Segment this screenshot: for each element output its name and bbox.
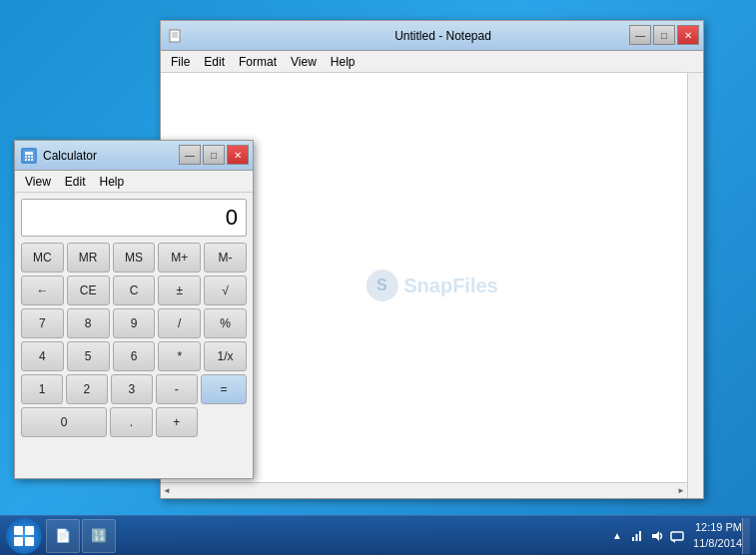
systray-network-icon[interactable] xyxy=(629,528,645,544)
calculator-minimize-button[interactable]: — xyxy=(179,145,201,165)
start-button[interactable] xyxy=(6,518,42,554)
taskbar-notepad-icon: 📄 xyxy=(55,528,71,543)
svg-rect-12 xyxy=(632,537,634,541)
notepad-menu-view[interactable]: View xyxy=(285,53,323,71)
svg-rect-9 xyxy=(25,159,27,161)
notepad-scrollbar-horizontal[interactable]: ◄ ► xyxy=(161,482,687,498)
taskbar: 📄 🔢 ▲ 12:19 PM 11/ xyxy=(0,515,756,555)
calc-mminus-button[interactable]: M- xyxy=(204,243,247,273)
calc-0-button[interactable]: 0 xyxy=(21,407,107,437)
calculator-menu-view[interactable]: View xyxy=(19,173,57,191)
calc-c-button[interactable]: C xyxy=(113,276,156,305)
calc-backspace-button[interactable]: ← xyxy=(21,276,64,305)
calculator-display-value: 0 xyxy=(226,205,238,231)
svg-rect-6 xyxy=(25,156,27,158)
calc-1-button[interactable]: 1 xyxy=(21,374,63,404)
calc-plusminus-button[interactable]: ± xyxy=(158,276,201,305)
notepad-menu-file[interactable]: File xyxy=(165,53,196,71)
calculator-memory-row: MC MR MS M+ M- xyxy=(21,243,247,273)
calculator-maximize-button[interactable]: □ xyxy=(203,145,225,165)
svg-rect-10 xyxy=(28,159,30,161)
svg-rect-7 xyxy=(28,156,30,158)
calc-2-button[interactable]: 2 xyxy=(66,374,108,404)
calculator-window-controls: — □ ✕ xyxy=(179,145,249,165)
svg-rect-11 xyxy=(31,159,33,161)
calc-subtract-button[interactable]: - xyxy=(156,374,198,404)
scroll-right-arrow[interactable]: ► xyxy=(677,486,685,495)
calc-mc-button[interactable]: MC xyxy=(21,243,64,273)
calculator-window: Calculator — □ ✕ View Edit Help 0 MC MR … xyxy=(14,140,254,479)
svg-rect-14 xyxy=(639,531,641,541)
calc-add-button[interactable]: + xyxy=(156,407,198,437)
calc-reciprocal-button[interactable]: 1/x xyxy=(204,341,247,371)
scroll-left-arrow[interactable]: ◄ xyxy=(163,486,171,495)
svg-rect-8 xyxy=(31,156,33,158)
calc-equals-button[interactable]: = xyxy=(201,374,247,404)
svg-marker-15 xyxy=(652,531,659,541)
notepad-title: Untitled - Notepad xyxy=(189,29,697,43)
systray-expand-icon[interactable]: ▲ xyxy=(609,528,625,544)
svg-rect-13 xyxy=(636,534,638,541)
calculator-row-456: 4 5 6 * 1/x xyxy=(21,341,247,371)
calc-ce-button[interactable]: CE xyxy=(67,276,110,305)
taskbar-systray: ▲ xyxy=(609,528,685,544)
systray-message-icon[interactable] xyxy=(669,528,685,544)
show-desktop-button[interactable] xyxy=(742,518,750,554)
svg-rect-0 xyxy=(170,30,180,42)
calc-3-button[interactable]: 3 xyxy=(111,374,153,404)
taskbar-time: 12:19 PM xyxy=(693,520,742,535)
calculator-menu-edit[interactable]: Edit xyxy=(59,173,92,191)
calculator-title: Calculator xyxy=(43,149,97,163)
taskbar-clock[interactable]: 12:19 PM 11/8/2014 xyxy=(693,520,742,551)
svg-rect-5 xyxy=(25,152,33,155)
notepad-scrollbar-vertical[interactable] xyxy=(687,73,703,498)
calculator-close-button[interactable]: ✕ xyxy=(227,145,249,165)
calc-sqrt-button[interactable]: √ xyxy=(204,276,247,305)
notepad-minimize-button[interactable]: — xyxy=(629,25,651,45)
calc-8-button[interactable]: 8 xyxy=(67,308,110,338)
calc-7-button[interactable]: 7 xyxy=(21,308,64,338)
taskbar-notepad-app[interactable]: 📄 xyxy=(46,519,80,553)
notepad-menu-edit[interactable]: Edit xyxy=(198,53,231,71)
calc-mr-button[interactable]: MR xyxy=(67,243,110,273)
notepad-window-controls: — □ ✕ xyxy=(629,25,699,45)
notepad-menubar: File Edit Format View Help xyxy=(161,51,703,73)
calc-decimal-button[interactable]: . xyxy=(110,407,152,437)
calc-multiply-button[interactable]: * xyxy=(158,341,201,371)
calc-9-button[interactable]: 9 xyxy=(113,308,156,338)
calc-4-button[interactable]: 4 xyxy=(21,341,64,371)
notepad-titlebar[interactable]: Untitled - Notepad — □ ✕ xyxy=(161,21,703,51)
systray-volume-icon[interactable] xyxy=(649,528,665,544)
notepad-close-button[interactable]: ✕ xyxy=(677,25,699,45)
calc-5-button[interactable]: 5 xyxy=(67,341,110,371)
calculator-menu-help[interactable]: Help xyxy=(93,173,130,191)
calc-percent-button[interactable]: % xyxy=(204,308,247,338)
calculator-buttons: MC MR MS M+ M- ← CE C ± √ 7 8 9 / % 4 5 … xyxy=(15,241,253,478)
taskbar-apps: 📄 🔢 xyxy=(46,519,609,553)
calc-mplus-button[interactable]: M+ xyxy=(158,243,201,273)
taskbar-calculator-icon: 🔢 xyxy=(91,528,107,543)
calculator-menubar: View Edit Help xyxy=(15,171,253,193)
notepad-menu-help[interactable]: Help xyxy=(325,53,362,71)
calculator-titlebar[interactable]: Calculator — □ ✕ xyxy=(15,141,253,171)
svg-rect-16 xyxy=(671,532,683,540)
calculator-display: 0 xyxy=(21,199,247,237)
taskbar-date: 11/8/2014 xyxy=(693,536,742,551)
calculator-icon xyxy=(21,148,37,164)
taskbar-calculator-app[interactable]: 🔢 xyxy=(82,519,116,553)
calc-6-button[interactable]: 6 xyxy=(113,341,156,371)
notepad-menu-format[interactable]: Format xyxy=(233,53,283,71)
calc-divide-button[interactable]: / xyxy=(158,308,201,338)
windows-logo-icon xyxy=(14,526,34,546)
calculator-row-789: 7 8 9 / % xyxy=(21,308,247,338)
notepad-maximize-button[interactable]: □ xyxy=(653,25,675,45)
calc-ms-button[interactable]: MS xyxy=(113,243,156,273)
calculator-back-row: ← CE C ± √ xyxy=(21,276,247,305)
notepad-icon xyxy=(167,28,183,44)
